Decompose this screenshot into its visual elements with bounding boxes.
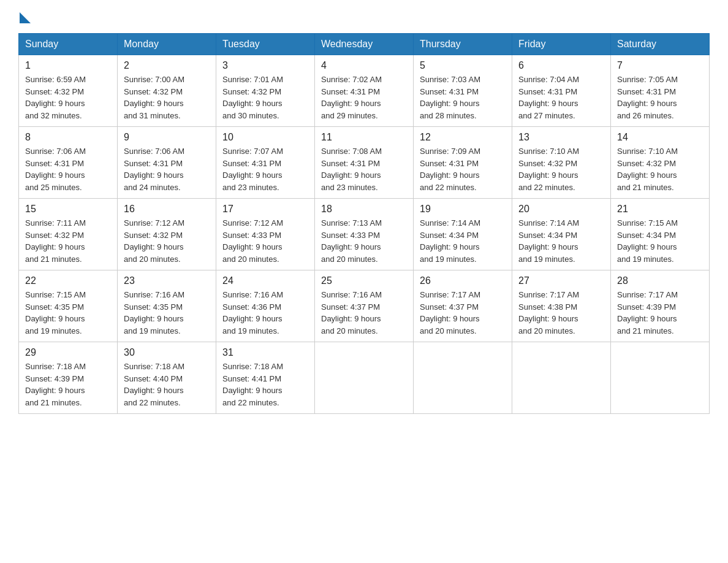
- calendar-cell: 9 Sunrise: 7:06 AM Sunset: 4:31 PM Dayli…: [118, 127, 216, 199]
- calendar-cell: 18 Sunrise: 7:13 AM Sunset: 4:33 PM Dayl…: [315, 199, 414, 270]
- calendar-cell: 4 Sunrise: 7:02 AM Sunset: 4:31 PM Dayli…: [315, 55, 414, 127]
- calendar-week-row: 22 Sunrise: 7:15 AM Sunset: 4:35 PM Dayl…: [19, 270, 710, 342]
- calendar-cell: 29 Sunrise: 7:18 AM Sunset: 4:39 PM Dayl…: [19, 342, 118, 414]
- day-number: 12: [420, 132, 506, 143]
- day-info: Sunrise: 7:18 AM Sunset: 4:39 PM Dayligh…: [25, 361, 111, 408]
- day-info: Sunrise: 7:09 AM Sunset: 4:31 PM Dayligh…: [420, 145, 506, 193]
- day-info: Sunrise: 7:17 AM Sunset: 4:38 PM Dayligh…: [518, 289, 604, 337]
- calendar-cell: 10 Sunrise: 7:07 AM Sunset: 4:31 PM Dayl…: [216, 127, 315, 199]
- day-info: Sunrise: 7:01 AM Sunset: 4:32 PM Dayligh…: [222, 74, 308, 121]
- calendar-cell: 2 Sunrise: 7:00 AM Sunset: 4:32 PM Dayli…: [118, 55, 216, 127]
- calendar-cell: 21 Sunrise: 7:15 AM Sunset: 4:34 PM Dayl…: [611, 199, 710, 270]
- calendar-cell: 14 Sunrise: 7:10 AM Sunset: 4:32 PM Dayl…: [611, 127, 710, 199]
- day-number: 16: [124, 204, 210, 215]
- calendar-cell: 22 Sunrise: 7:15 AM Sunset: 4:35 PM Dayl…: [19, 270, 118, 342]
- day-of-week-header-wednesday: Wednesday: [315, 34, 414, 55]
- calendar-cell: 6 Sunrise: 7:04 AM Sunset: 4:31 PM Dayli…: [512, 55, 611, 127]
- calendar-week-row: 8 Sunrise: 7:06 AM Sunset: 4:31 PM Dayli…: [19, 127, 710, 199]
- calendar-cell: 20 Sunrise: 7:14 AM Sunset: 4:34 PM Dayl…: [512, 199, 611, 270]
- calendar-cell: 26 Sunrise: 7:17 AM Sunset: 4:37 PM Dayl…: [414, 270, 512, 342]
- day-number: 26: [420, 275, 506, 286]
- calendar-cell: 28 Sunrise: 7:17 AM Sunset: 4:39 PM Dayl…: [611, 270, 710, 342]
- day-number: 20: [518, 204, 604, 215]
- calendar-week-row: 1 Sunrise: 6:59 AM Sunset: 4:32 PM Dayli…: [19, 55, 710, 127]
- day-info: Sunrise: 7:00 AM Sunset: 4:32 PM Dayligh…: [124, 74, 210, 121]
- day-info: Sunrise: 7:06 AM Sunset: 4:31 PM Dayligh…: [124, 145, 210, 193]
- day-info: Sunrise: 7:06 AM Sunset: 4:31 PM Dayligh…: [25, 145, 111, 193]
- day-number: 19: [420, 204, 506, 215]
- day-number: 7: [617, 60, 703, 71]
- day-info: Sunrise: 7:17 AM Sunset: 4:39 PM Dayligh…: [617, 289, 703, 337]
- day-of-week-header-monday: Monday: [118, 34, 216, 55]
- day-of-week-header-thursday: Thursday: [414, 34, 512, 55]
- day-of-week-header-sunday: Sunday: [19, 34, 118, 55]
- calendar-cell: [315, 342, 414, 414]
- day-info: Sunrise: 7:13 AM Sunset: 4:33 PM Dayligh…: [321, 217, 407, 265]
- day-number: 21: [617, 204, 703, 215]
- calendar-header-row: SundayMondayTuesdayWednesdayThursdayFrid…: [19, 34, 710, 55]
- calendar-cell: 16 Sunrise: 7:12 AM Sunset: 4:32 PM Dayl…: [118, 199, 216, 270]
- calendar-cell: 13 Sunrise: 7:10 AM Sunset: 4:32 PM Dayl…: [512, 127, 611, 199]
- day-info: Sunrise: 7:10 AM Sunset: 4:32 PM Dayligh…: [617, 145, 703, 193]
- day-number: 29: [25, 347, 111, 358]
- calendar-cell: 1 Sunrise: 6:59 AM Sunset: 4:32 PM Dayli…: [19, 55, 118, 127]
- day-number: 31: [222, 347, 308, 358]
- page-header: [18, 12, 710, 27]
- day-of-week-header-saturday: Saturday: [611, 34, 710, 55]
- day-info: Sunrise: 7:04 AM Sunset: 4:31 PM Dayligh…: [518, 74, 604, 121]
- day-number: 27: [518, 275, 604, 286]
- day-info: Sunrise: 7:16 AM Sunset: 4:35 PM Dayligh…: [124, 289, 210, 337]
- logo: [18, 12, 31, 27]
- calendar-cell: 12 Sunrise: 7:09 AM Sunset: 4:31 PM Dayl…: [414, 127, 512, 199]
- day-info: Sunrise: 6:59 AM Sunset: 4:32 PM Dayligh…: [25, 74, 111, 121]
- calendar-cell: [414, 342, 512, 414]
- calendar-cell: 3 Sunrise: 7:01 AM Sunset: 4:32 PM Dayli…: [216, 55, 315, 127]
- day-info: Sunrise: 7:10 AM Sunset: 4:32 PM Dayligh…: [518, 145, 604, 193]
- day-number: 25: [321, 275, 407, 286]
- day-info: Sunrise: 7:08 AM Sunset: 4:31 PM Dayligh…: [321, 145, 407, 193]
- day-number: 28: [617, 275, 703, 286]
- day-number: 15: [25, 204, 111, 215]
- day-info: Sunrise: 7:14 AM Sunset: 4:34 PM Dayligh…: [518, 217, 604, 265]
- calendar-cell: 8 Sunrise: 7:06 AM Sunset: 4:31 PM Dayli…: [19, 127, 118, 199]
- day-info: Sunrise: 7:14 AM Sunset: 4:34 PM Dayligh…: [420, 217, 506, 265]
- calendar-cell: [611, 342, 710, 414]
- day-number: 11: [321, 132, 407, 143]
- day-number: 9: [124, 132, 210, 143]
- day-info: Sunrise: 7:15 AM Sunset: 4:35 PM Dayligh…: [25, 289, 111, 337]
- day-info: Sunrise: 7:07 AM Sunset: 4:31 PM Dayligh…: [222, 145, 308, 193]
- day-number: 2: [124, 60, 210, 71]
- day-info: Sunrise: 7:16 AM Sunset: 4:36 PM Dayligh…: [222, 289, 308, 337]
- day-info: Sunrise: 7:11 AM Sunset: 4:32 PM Dayligh…: [25, 217, 111, 265]
- svg-marker-0: [20, 12, 31, 23]
- day-info: Sunrise: 7:03 AM Sunset: 4:31 PM Dayligh…: [420, 74, 506, 121]
- calendar-cell: 23 Sunrise: 7:16 AM Sunset: 4:35 PM Dayl…: [118, 270, 216, 342]
- calendar-table: SundayMondayTuesdayWednesdayThursdayFrid…: [18, 33, 710, 414]
- day-number: 10: [222, 132, 308, 143]
- calendar-cell: 19 Sunrise: 7:14 AM Sunset: 4:34 PM Dayl…: [414, 199, 512, 270]
- day-number: 23: [124, 275, 210, 286]
- logo-arrow-icon: [20, 12, 31, 23]
- day-number: 3: [222, 60, 308, 71]
- calendar-cell: 24 Sunrise: 7:16 AM Sunset: 4:36 PM Dayl…: [216, 270, 315, 342]
- day-number: 8: [25, 132, 111, 143]
- day-number: 13: [518, 132, 604, 143]
- day-number: 30: [124, 347, 210, 358]
- calendar-cell: [512, 342, 611, 414]
- day-info: Sunrise: 7:02 AM Sunset: 4:31 PM Dayligh…: [321, 74, 407, 121]
- calendar-cell: 27 Sunrise: 7:17 AM Sunset: 4:38 PM Dayl…: [512, 270, 611, 342]
- day-of-week-header-tuesday: Tuesday: [216, 34, 315, 55]
- day-info: Sunrise: 7:15 AM Sunset: 4:34 PM Dayligh…: [617, 217, 703, 265]
- calendar-cell: 15 Sunrise: 7:11 AM Sunset: 4:32 PM Dayl…: [19, 199, 118, 270]
- calendar-cell: 31 Sunrise: 7:18 AM Sunset: 4:41 PM Dayl…: [216, 342, 315, 414]
- day-number: 1: [25, 60, 111, 71]
- day-info: Sunrise: 7:05 AM Sunset: 4:31 PM Dayligh…: [617, 74, 703, 121]
- day-number: 17: [222, 204, 308, 215]
- calendar-cell: 7 Sunrise: 7:05 AM Sunset: 4:31 PM Dayli…: [611, 55, 710, 127]
- day-number: 24: [222, 275, 308, 286]
- day-info: Sunrise: 7:16 AM Sunset: 4:37 PM Dayligh…: [321, 289, 407, 337]
- day-number: 22: [25, 275, 111, 286]
- calendar-cell: 25 Sunrise: 7:16 AM Sunset: 4:37 PM Dayl…: [315, 270, 414, 342]
- calendar-cell: 17 Sunrise: 7:12 AM Sunset: 4:33 PM Dayl…: [216, 199, 315, 270]
- calendar-week-row: 15 Sunrise: 7:11 AM Sunset: 4:32 PM Dayl…: [19, 199, 710, 270]
